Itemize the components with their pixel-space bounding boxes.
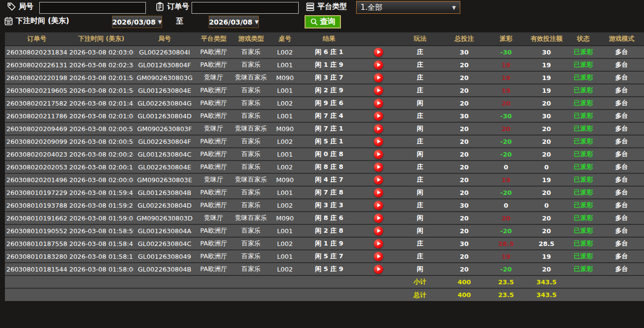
cell-total-bet: 20 [442, 173, 486, 186]
cell-valid-bet: 19 [526, 250, 567, 263]
cell-round-no: GL0012630804A [134, 224, 196, 237]
order-no-input[interactable] [192, 2, 299, 14]
cell-status: 已派彩 [567, 122, 599, 135]
cell-total-bet: 20 [442, 58, 486, 71]
filter-bar: 局号 订单号 平台类型 1.全部 ▼ 下注时间 (美东) 2026/03/08 … [0, 0, 644, 31]
cell-payout: 28.5 [486, 237, 526, 250]
cell-bet-time: 2026-03-08 02:01:58 [69, 71, 134, 84]
cell-game-type: 百家乐 [232, 58, 270, 71]
cell-order-no: 260308010197229 [5, 186, 69, 199]
replay-button[interactable] [374, 188, 383, 197]
cell-game-type: 百家乐 [232, 97, 270, 109]
order-no-label-group: 订单号 [155, 2, 189, 11]
cell-replay [359, 212, 398, 224]
clipboard-icon [155, 2, 165, 11]
replay-button[interactable] [374, 214, 383, 223]
replay-button[interactable] [374, 99, 383, 108]
replay-button[interactable] [374, 124, 383, 134]
play-icon [377, 63, 381, 67]
replay-button[interactable] [374, 265, 383, 274]
table-row: 260308010187558 2026-03-08 01:58:41 GL00… [5, 237, 644, 250]
platform-type-select[interactable]: 1.全部 ▼ [356, 1, 460, 14]
replay-button[interactable] [374, 201, 383, 210]
cell-status: 已派彩 [567, 148, 599, 161]
cell-round-no: GL0012630804D [134, 109, 196, 122]
replay-button[interactable] [374, 60, 383, 70]
cell-platform-type: 竞咪厅 [196, 173, 232, 186]
round-no-input[interactable] [39, 2, 146, 14]
play-icon [377, 76, 381, 80]
cell-total-bet: 30 [442, 46, 486, 58]
cell-replay [359, 109, 398, 122]
replay-button[interactable] [374, 239, 383, 248]
cell-game-mode: 多台 [599, 186, 644, 199]
subtotal-payout: 23.5 [486, 275, 526, 288]
date-to-picker[interactable]: 2026/03/08 ▼ [209, 16, 259, 28]
cell-game-mode: 多台 [599, 224, 644, 237]
cell-game-type: 百家乐 [232, 46, 270, 58]
replay-button[interactable] [374, 252, 383, 261]
cell-payout: 19 [486, 173, 526, 186]
cell-bet-time: 2026-03-08 01:58:06 [69, 263, 134, 275]
bet-records-table-wrap: 订单号下注时间 (美东)局号平台类型游戏类型桌号结果玩法总投注派彩有效投注额状态… [5, 32, 644, 301]
cell-total-bet: 30 [442, 199, 486, 212]
table-row: 260308020219605 2026-03-08 02:01:54 GL00… [5, 84, 644, 97]
table-row: 260308020231834 2026-03-08 02:03:06 GL00… [5, 46, 644, 58]
cell-table-no: M090 [270, 122, 300, 135]
tag-icon [7, 2, 16, 11]
cell-bet-type: 庄 [398, 46, 442, 58]
cell-result: 闲 7 庄 4 [300, 109, 359, 122]
cell-platform-type: PA欧洲厅 [196, 135, 232, 148]
cell-result: 闲 5 庄 9 [300, 263, 359, 275]
cell-result: 闲 8 庄 8 [300, 161, 359, 173]
cell-table-no: L001 [270, 250, 300, 263]
play-icon [377, 114, 381, 118]
round-no-label-group: 局号 [7, 2, 33, 11]
cell-bet-time: 2026-03-08 02:00:55 [69, 135, 134, 148]
calendar-icon [4, 16, 13, 26]
table-row: 260308020202053 2026-03-08 02:00:11 GL00… [5, 161, 644, 173]
cell-status: 已派彩 [567, 97, 599, 109]
play-icon [377, 50, 381, 54]
cell-payout: 0 [486, 199, 526, 212]
cell-total-bet: 20 [442, 161, 486, 173]
cell-payout: -20 [486, 135, 526, 148]
cell-order-no: 260308020201496 [5, 173, 69, 186]
cell-round-no: GL0022630804C [134, 237, 196, 250]
cell-result: 闲 5 庄 1 [300, 135, 359, 148]
replay-button[interactable] [374, 226, 383, 236]
cell-order-no: 260308020209469 [5, 122, 69, 135]
subtotal-valid-bet: 343.5 [526, 275, 567, 288]
cell-replay [359, 135, 398, 148]
cell-game-type: 竞咪百家乐 [232, 122, 270, 135]
cell-payout: -30 [486, 109, 526, 122]
query-button[interactable]: 查询 [305, 15, 341, 28]
cell-status: 已派彩 [567, 173, 599, 186]
replay-button[interactable] [374, 175, 383, 185]
date-from-picker[interactable]: 2026/03/08 ▼ [112, 16, 162, 28]
cell-replay [359, 84, 398, 97]
cell-result: 闲 8 庄 6 [300, 212, 359, 224]
play-icon [377, 267, 381, 271]
cell-result: 闲 2 庄 9 [300, 84, 359, 97]
cell-status: 已派彩 [567, 224, 599, 237]
cell-total-bet: 20 [442, 71, 486, 84]
replay-button[interactable] [374, 73, 383, 82]
replay-button[interactable] [374, 137, 383, 146]
table-row: 260308010181544 2026-03-08 01:58:06 GL00… [5, 263, 644, 275]
cell-total-bet: 20 [442, 263, 486, 275]
cell-game-type: 百家乐 [232, 84, 270, 97]
replay-button[interactable] [374, 111, 383, 121]
cell-valid-bet: 19 [526, 71, 567, 84]
bet-time-label-group: 下注时间 (美东) [4, 16, 69, 26]
cell-platform-type: PA欧洲厅 [196, 148, 232, 161]
replay-button[interactable] [374, 150, 383, 159]
cell-platform-type: 竞咪厅 [196, 122, 232, 135]
replay-button[interactable] [374, 86, 383, 95]
cell-bet-type: 闲 [398, 97, 442, 109]
cell-payout: -20 [486, 224, 526, 237]
replay-button[interactable] [374, 48, 383, 57]
replay-button[interactable] [374, 163, 383, 172]
cell-bet-type: 闲 [398, 263, 442, 275]
cell-total-bet: 20 [442, 135, 486, 148]
